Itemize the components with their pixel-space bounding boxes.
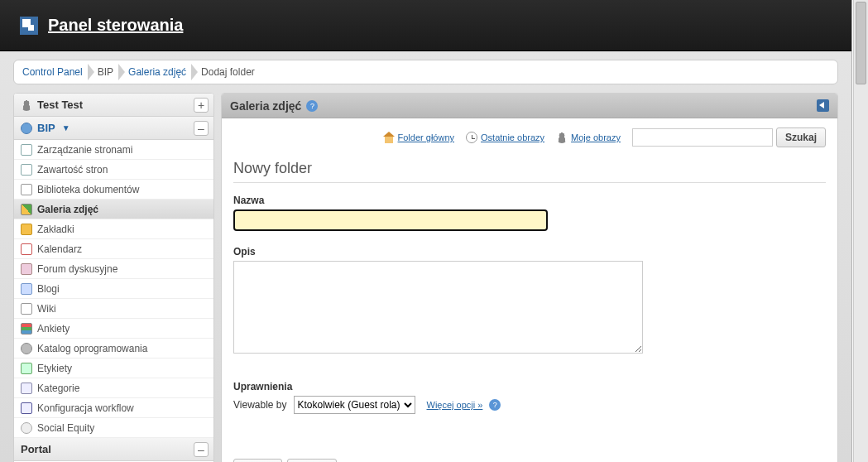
poll-icon bbox=[21, 323, 32, 334]
forum-icon bbox=[21, 263, 32, 275]
help-icon[interactable] bbox=[306, 100, 318, 112]
name-label: Nazwa bbox=[233, 195, 826, 206]
link-root-folder[interactable]: Folder główny bbox=[383, 132, 454, 143]
equity-icon bbox=[21, 422, 32, 434]
breadcrumb-site: BIP bbox=[98, 66, 113, 78]
wiki-icon bbox=[21, 303, 32, 315]
breadcrumb: Control Panel BIP Galeria zdjęć Dodaj fo… bbox=[13, 60, 838, 84]
sidebar-item-label: Social Equity bbox=[37, 422, 94, 434]
link-label: Moje obrazy bbox=[571, 132, 621, 142]
clock-icon bbox=[466, 132, 477, 143]
sidebar-item-label: Zarządzanie stronami bbox=[37, 144, 132, 156]
permissions-label: Uprawnienia bbox=[233, 381, 826, 392]
scrollbar-thumb[interactable] bbox=[856, 2, 866, 84]
sidebar-item-bookmarks[interactable]: Zakładki bbox=[14, 219, 213, 239]
sidebar-user-header: Test Test + bbox=[14, 94, 213, 117]
search-button[interactable]: Szukaj bbox=[776, 128, 826, 147]
name-input[interactable] bbox=[233, 209, 548, 231]
sidebar-item-label: Katalog oprogramowania bbox=[37, 343, 147, 354]
sidebar-item-label: Forum dyskusyjne bbox=[37, 263, 117, 275]
sidebar-item-label: Etykiety bbox=[37, 363, 72, 374]
sidebar-item-label: Kategorie bbox=[37, 383, 79, 394]
doc-icon bbox=[21, 184, 32, 195]
sidebar-item-label: Zawartość stron bbox=[37, 164, 108, 176]
back-icon[interactable] bbox=[817, 99, 829, 112]
gallery-toolbar: Folder główny Ostatnie obrazy Moje obraz… bbox=[233, 127, 826, 148]
sidebar-item-label: Ankiety bbox=[37, 323, 70, 334]
sidebar-item-polls[interactable]: Ankiety bbox=[14, 319, 213, 339]
link-label: Ostatnie obrazy bbox=[481, 132, 544, 142]
page-title[interactable]: Panel sterowania bbox=[48, 16, 183, 35]
calendar-icon bbox=[21, 243, 32, 255]
search-input[interactable] bbox=[632, 128, 773, 147]
sidebar-site-name: BIP bbox=[37, 122, 55, 134]
page-icon bbox=[21, 144, 32, 156]
bookmark-icon bbox=[21, 224, 32, 235]
breadcrumb-gallery[interactable]: Galeria zdjęć bbox=[128, 66, 186, 78]
person-icon bbox=[21, 99, 32, 111]
logo-icon bbox=[20, 17, 38, 35]
sidebar-item-calendar[interactable]: Kalendarz bbox=[14, 239, 213, 259]
cancel-button[interactable]: Anuluj bbox=[287, 459, 336, 462]
form-title: Nowy folder bbox=[233, 160, 826, 177]
separator bbox=[233, 182, 826, 183]
globe-icon bbox=[21, 123, 32, 134]
sidebar-item-label: Galeria zdjęć bbox=[37, 204, 98, 215]
window-scrollbar[interactable] bbox=[853, 0, 868, 462]
link-my-images[interactable]: Moje obrazy bbox=[556, 132, 621, 143]
sidebar-item-label: Biblioteka dokumentów bbox=[37, 184, 139, 195]
category-icon bbox=[21, 383, 32, 394]
main-title: Galeria zdjęć bbox=[230, 99, 301, 113]
main-panel: Galeria zdjęć Folder główny Ostatnie obr… bbox=[221, 93, 838, 462]
desc-textarea[interactable] bbox=[233, 261, 643, 354]
sidebar-item-blogs[interactable]: Blogi bbox=[14, 279, 213, 299]
sidebar-portal-header[interactable]: Portal – bbox=[14, 438, 213, 461]
sidebar-site-header[interactable]: BIP ▼ – bbox=[14, 117, 213, 140]
sidebar-item-label: Zakładki bbox=[37, 224, 74, 235]
sidebar-user-name: Test Test bbox=[37, 99, 83, 111]
home-icon bbox=[383, 132, 395, 143]
breadcrumb-current: Dodaj folder bbox=[201, 66, 255, 78]
sidebar: Test Test + BIP ▼ – Zarządzanie stronami… bbox=[13, 93, 214, 462]
sidebar-item-label: Kalendarz bbox=[37, 243, 82, 255]
more-options-link[interactable]: Więcej opcji » bbox=[427, 400, 483, 410]
collapse-portal-button[interactable]: – bbox=[194, 442, 209, 457]
sidebar-item-softcatalog[interactable]: Katalog oprogramowania bbox=[14, 339, 213, 359]
sidebar-item-forum[interactable]: Forum dyskusyjne bbox=[14, 259, 213, 279]
sidebar-item-webcontent[interactable]: Zawartość stron bbox=[14, 160, 213, 180]
blog-icon bbox=[21, 283, 32, 295]
viewable-by-label: Viewable by bbox=[233, 399, 287, 411]
link-label: Folder główny bbox=[398, 132, 454, 142]
topbar: Panel sterowania bbox=[0, 0, 851, 51]
collapse-button[interactable]: – bbox=[194, 121, 209, 136]
sidebar-item-label: Blogi bbox=[37, 283, 60, 295]
sidebar-item-wiki[interactable]: Wiki bbox=[14, 299, 213, 319]
sidebar-item-label: Konfiguracja workflow bbox=[37, 402, 134, 414]
sidebar-list: Zarządzanie stronami Zawartość stron Bib… bbox=[14, 140, 213, 438]
main-header: Galeria zdjęć bbox=[222, 94, 837, 118]
sidebar-item-label: Wiki bbox=[37, 303, 56, 315]
link-recent-images[interactable]: Ostatnie obrazy bbox=[466, 132, 544, 143]
page-icon bbox=[21, 164, 32, 176]
gear-icon bbox=[21, 343, 32, 354]
chevron-down-icon: ▼ bbox=[62, 123, 70, 132]
sidebar-item-categories[interactable]: Kategorie bbox=[14, 378, 213, 398]
save-button[interactable]: Zapisz bbox=[233, 459, 282, 462]
sidebar-item-documents[interactable]: Biblioteka dokumentów bbox=[14, 180, 213, 200]
person-icon bbox=[556, 132, 568, 143]
viewable-by-select[interactable]: Ktokolwiek (Guest rola) bbox=[294, 396, 415, 414]
help-icon[interactable] bbox=[489, 399, 501, 411]
sidebar-item-pages[interactable]: Zarządzanie stronami bbox=[14, 140, 213, 160]
add-button[interactable]: + bbox=[194, 98, 209, 113]
sidebar-item-socialequity[interactable]: Social Equity bbox=[14, 418, 213, 438]
sidebar-item-workflow[interactable]: Konfiguracja workflow bbox=[14, 398, 213, 418]
gallery-icon bbox=[21, 204, 32, 215]
sidebar-item-tags[interactable]: Etykiety bbox=[14, 359, 213, 378]
desc-label: Opis bbox=[233, 246, 826, 257]
sidebar-item-gallery[interactable]: Galeria zdjęć bbox=[14, 200, 213, 219]
breadcrumb-control-panel[interactable]: Control Panel bbox=[22, 66, 83, 78]
tag-icon bbox=[21, 363, 32, 374]
workflow-icon bbox=[21, 402, 32, 414]
sidebar-portal-title: Portal bbox=[21, 443, 51, 455]
